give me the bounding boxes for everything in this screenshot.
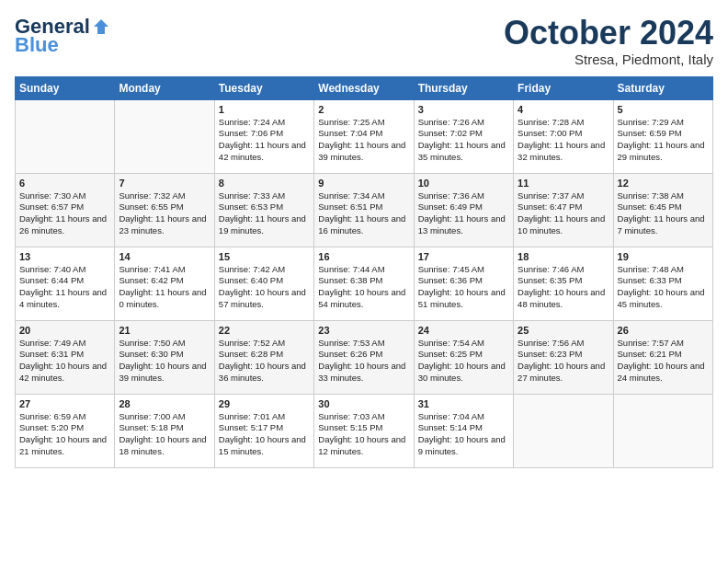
day-number: 16	[318, 251, 409, 262]
day-number: 24	[418, 325, 509, 336]
day-cell: 4Sunrise: 7:28 AM Sunset: 7:00 PM Daylig…	[514, 99, 613, 173]
logo-icon	[92, 17, 110, 36]
day-cell: 16Sunrise: 7:44 AM Sunset: 6:38 PM Dayli…	[314, 247, 414, 320]
day-number: 8	[219, 178, 310, 189]
day-cell: 8Sunrise: 7:33 AM Sunset: 6:53 PM Daylig…	[214, 173, 313, 247]
week-row-3: 13Sunrise: 7:40 AM Sunset: 6:44 PM Dayli…	[16, 247, 713, 320]
day-number: 29	[219, 398, 310, 409]
day-number: 26	[618, 325, 709, 336]
logo: General Blue	[15, 15, 110, 57]
day-cell: 24Sunrise: 7:54 AM Sunset: 6:25 PM Dayli…	[414, 320, 513, 394]
day-number: 7	[119, 178, 210, 189]
header-cell-saturday: Saturday	[613, 76, 712, 99]
day-info: Sunrise: 7:36 AM Sunset: 6:49 PM Dayligh…	[418, 190, 509, 237]
day-cell: 14Sunrise: 7:41 AM Sunset: 6:42 PM Dayli…	[115, 247, 214, 320]
day-number: 10	[418, 178, 509, 189]
day-info: Sunrise: 7:26 AM Sunset: 7:02 PM Dayligh…	[418, 117, 509, 164]
day-info: Sunrise: 7:00 AM Sunset: 5:18 PM Dayligh…	[119, 411, 210, 458]
day-cell: 11Sunrise: 7:37 AM Sunset: 6:47 PM Dayli…	[514, 173, 613, 247]
day-cell: 2Sunrise: 7:25 AM Sunset: 7:04 PM Daylig…	[314, 99, 414, 173]
calendar-body: 1Sunrise: 7:24 AM Sunset: 7:06 PM Daylig…	[16, 99, 713, 467]
week-row-4: 20Sunrise: 7:49 AM Sunset: 6:31 PM Dayli…	[16, 320, 713, 394]
day-info: Sunrise: 7:03 AM Sunset: 5:15 PM Dayligh…	[318, 411, 409, 458]
day-cell: 1Sunrise: 7:24 AM Sunset: 7:06 PM Daylig…	[214, 99, 313, 173]
day-cell	[16, 99, 115, 173]
header-cell-monday: Monday	[115, 76, 214, 99]
day-info: Sunrise: 7:04 AM Sunset: 5:14 PM Dayligh…	[418, 411, 509, 458]
day-info: Sunrise: 7:37 AM Sunset: 6:47 PM Dayligh…	[518, 190, 609, 237]
header-cell-wednesday: Wednesday	[314, 76, 414, 99]
day-number: 3	[418, 104, 509, 115]
header-row: SundayMondayTuesdayWednesdayThursdayFrid…	[16, 76, 713, 99]
day-cell: 13Sunrise: 7:40 AM Sunset: 6:44 PM Dayli…	[16, 247, 115, 320]
day-info: Sunrise: 7:57 AM Sunset: 6:21 PM Dayligh…	[618, 338, 709, 385]
day-cell: 12Sunrise: 7:38 AM Sunset: 6:45 PM Dayli…	[613, 173, 712, 247]
day-cell: 27Sunrise: 6:59 AM Sunset: 5:20 PM Dayli…	[16, 394, 115, 467]
day-number: 2	[318, 104, 409, 115]
day-number: 9	[318, 178, 409, 189]
header-cell-sunday: Sunday	[16, 76, 115, 99]
day-info: Sunrise: 7:42 AM Sunset: 6:40 PM Dayligh…	[219, 264, 310, 311]
header-cell-tuesday: Tuesday	[214, 76, 313, 99]
day-info: Sunrise: 7:44 AM Sunset: 6:38 PM Dayligh…	[318, 264, 409, 311]
day-cell: 28Sunrise: 7:00 AM Sunset: 5:18 PM Dayli…	[115, 394, 214, 467]
day-cell	[514, 394, 613, 467]
day-info: Sunrise: 7:28 AM Sunset: 7:00 PM Dayligh…	[518, 117, 609, 164]
day-cell: 9Sunrise: 7:34 AM Sunset: 6:51 PM Daylig…	[314, 173, 414, 247]
day-info: Sunrise: 7:38 AM Sunset: 6:45 PM Dayligh…	[618, 190, 709, 237]
day-number: 6	[19, 178, 110, 189]
day-number: 22	[219, 325, 310, 336]
day-cell: 15Sunrise: 7:42 AM Sunset: 6:40 PM Dayli…	[214, 247, 313, 320]
day-info: Sunrise: 7:33 AM Sunset: 6:53 PM Dayligh…	[219, 190, 310, 237]
day-cell: 5Sunrise: 7:29 AM Sunset: 6:59 PM Daylig…	[613, 99, 712, 173]
day-cell: 6Sunrise: 7:30 AM Sunset: 6:57 PM Daylig…	[16, 173, 115, 247]
day-number: 12	[618, 178, 709, 189]
day-cell: 30Sunrise: 7:03 AM Sunset: 5:15 PM Dayli…	[314, 394, 414, 467]
day-info: Sunrise: 7:45 AM Sunset: 6:36 PM Dayligh…	[418, 264, 509, 311]
day-cell	[115, 99, 214, 173]
week-row-5: 27Sunrise: 6:59 AM Sunset: 5:20 PM Dayli…	[16, 394, 713, 467]
day-info: Sunrise: 7:54 AM Sunset: 6:25 PM Dayligh…	[418, 338, 509, 385]
day-cell: 3Sunrise: 7:26 AM Sunset: 7:02 PM Daylig…	[414, 99, 513, 173]
day-info: Sunrise: 7:50 AM Sunset: 6:30 PM Dayligh…	[119, 338, 210, 385]
calendar-table: SundayMondayTuesdayWednesdayThursdayFrid…	[15, 76, 713, 468]
day-cell: 29Sunrise: 7:01 AM Sunset: 5:17 PM Dayli…	[214, 394, 313, 467]
day-info: Sunrise: 7:30 AM Sunset: 6:57 PM Dayligh…	[19, 190, 110, 237]
day-cell: 31Sunrise: 7:04 AM Sunset: 5:14 PM Dayli…	[414, 394, 513, 467]
day-cell: 22Sunrise: 7:52 AM Sunset: 6:28 PM Dayli…	[214, 320, 313, 394]
day-cell: 23Sunrise: 7:53 AM Sunset: 6:26 PM Dayli…	[314, 320, 414, 394]
day-info: Sunrise: 7:52 AM Sunset: 6:28 PM Dayligh…	[219, 338, 310, 385]
day-cell: 17Sunrise: 7:45 AM Sunset: 6:36 PM Dayli…	[414, 247, 513, 320]
day-number: 4	[518, 104, 609, 115]
day-number: 30	[318, 398, 409, 409]
day-info: Sunrise: 7:01 AM Sunset: 5:17 PM Dayligh…	[219, 411, 310, 458]
day-info: Sunrise: 7:53 AM Sunset: 6:26 PM Dayligh…	[318, 338, 409, 385]
day-number: 11	[518, 178, 609, 189]
day-info: Sunrise: 7:24 AM Sunset: 7:06 PM Dayligh…	[219, 117, 310, 164]
logo-blue: Blue	[15, 33, 59, 57]
week-row-2: 6Sunrise: 7:30 AM Sunset: 6:57 PM Daylig…	[16, 173, 713, 247]
day-number: 13	[19, 251, 110, 262]
day-number: 18	[518, 251, 609, 262]
location: Stresa, Piedmont, Italy	[504, 52, 713, 67]
day-cell: 10Sunrise: 7:36 AM Sunset: 6:49 PM Dayli…	[414, 173, 513, 247]
page-header: General Blue October 2024 Stresa, Piedmo…	[15, 15, 713, 67]
day-number: 5	[618, 104, 709, 115]
day-number: 27	[19, 398, 110, 409]
day-info: Sunrise: 7:46 AM Sunset: 6:35 PM Dayligh…	[518, 264, 609, 311]
day-number: 25	[518, 325, 609, 336]
day-info: Sunrise: 7:48 AM Sunset: 6:33 PM Dayligh…	[618, 264, 709, 311]
day-number: 1	[219, 104, 310, 115]
day-cell: 18Sunrise: 7:46 AM Sunset: 6:35 PM Dayli…	[514, 247, 613, 320]
day-cell	[613, 394, 712, 467]
day-number: 17	[418, 251, 509, 262]
day-info: Sunrise: 7:32 AM Sunset: 6:55 PM Dayligh…	[119, 190, 210, 237]
day-info: Sunrise: 7:56 AM Sunset: 6:23 PM Dayligh…	[518, 338, 609, 385]
day-number: 15	[219, 251, 310, 262]
day-number: 28	[119, 398, 210, 409]
day-cell: 25Sunrise: 7:56 AM Sunset: 6:23 PM Dayli…	[514, 320, 613, 394]
day-number: 19	[618, 251, 709, 262]
day-cell: 21Sunrise: 7:50 AM Sunset: 6:30 PM Dayli…	[115, 320, 214, 394]
day-info: Sunrise: 7:41 AM Sunset: 6:42 PM Dayligh…	[119, 264, 210, 311]
day-info: Sunrise: 7:49 AM Sunset: 6:31 PM Dayligh…	[19, 338, 110, 385]
